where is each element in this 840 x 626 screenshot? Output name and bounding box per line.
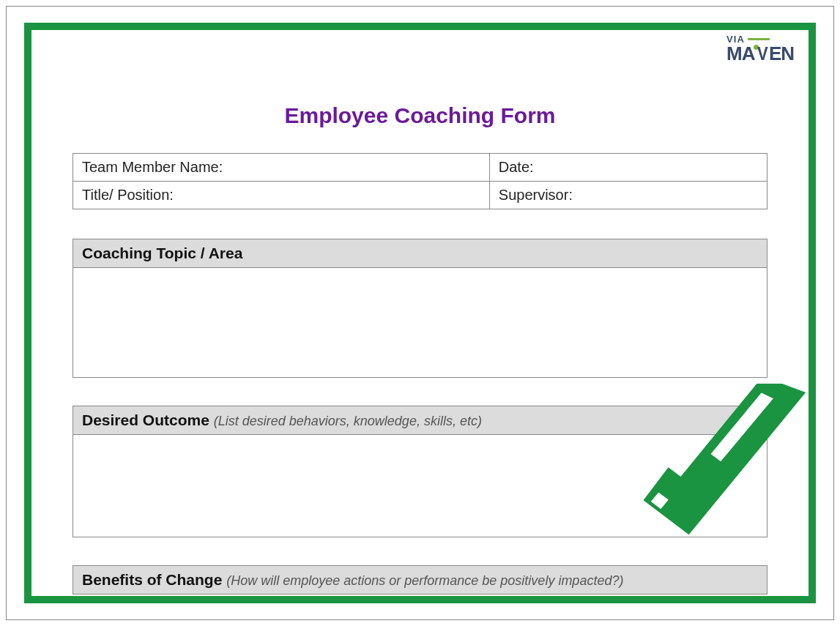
document-frame: VIA MAVEN Employee Coaching Form Team Me… xyxy=(24,23,816,603)
desired-outcome-section: Desired Outcome (List desired behaviors,… xyxy=(73,406,767,537)
via-maven-logo: VIA MAVEN xyxy=(726,34,794,63)
date-field[interactable]: Date: xyxy=(489,154,767,182)
coaching-topic-header: Coaching Topic / Area xyxy=(73,239,767,268)
info-table: Team Member Name: Date: Title/ Position:… xyxy=(73,153,767,209)
desired-outcome-label: Desired Outcome xyxy=(82,411,214,428)
logo-line-icon xyxy=(748,38,770,40)
coaching-topic-input[interactable] xyxy=(73,268,767,378)
logo-ma-text: MA xyxy=(726,42,754,64)
title-position-field[interactable]: Title/ Position: xyxy=(73,182,490,209)
benefits-header: Benefits of Change (How will employee ac… xyxy=(73,565,767,595)
form-title: Employee Coaching Form xyxy=(73,103,767,128)
benefits-subtext: (How will employee actions or performanc… xyxy=(226,573,623,588)
team-member-name-field[interactable]: Team Member Name: xyxy=(73,154,490,182)
form-content: Employee Coaching Form Team Member Name:… xyxy=(31,30,809,595)
logo-en-text: EN xyxy=(769,42,794,64)
coaching-topic-label: Coaching Topic / Area xyxy=(82,245,242,261)
desired-outcome-subtext: (List desired behaviors, knowledge, skil… xyxy=(214,414,482,428)
table-row: Team Member Name: Date: xyxy=(73,154,767,182)
benefits-label: Benefits of Change xyxy=(82,571,226,588)
benefits-section: Benefits of Change (How will employee ac… xyxy=(73,565,767,595)
desired-outcome-header: Desired Outcome (List desired behaviors,… xyxy=(73,406,767,435)
table-row: Title/ Position: Supervisor: xyxy=(73,182,767,209)
outer-frame: VIA MAVEN Employee Coaching Form Team Me… xyxy=(6,6,834,620)
supervisor-field[interactable]: Supervisor: xyxy=(489,182,767,209)
coaching-topic-section: Coaching Topic / Area xyxy=(73,239,767,378)
desired-outcome-input[interactable] xyxy=(73,435,767,537)
